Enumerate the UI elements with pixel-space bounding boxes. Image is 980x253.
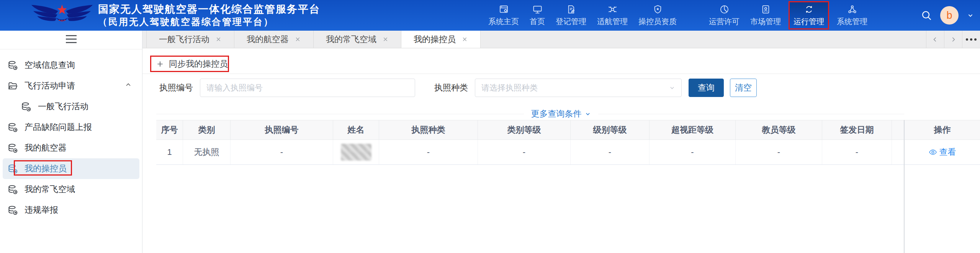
sidebar-item-flight-activity-application[interactable]: 飞行活动申请 — [0, 76, 142, 96]
more-conditions-label: 更多查询条件 — [531, 108, 582, 120]
chevron-down-icon — [668, 84, 676, 92]
caac-wings-logo-icon — [29, 3, 95, 28]
sidebar-item-my-frequent-airspace[interactable]: 我的常飞空域 — [0, 179, 142, 200]
tab-general-flight-activity[interactable]: 一般飞行活动 — [147, 31, 234, 48]
cell-license-no: - — [231, 140, 333, 164]
tab-more-options-icon[interactable] — [962, 31, 980, 48]
sidebar-item-airspace-info-query[interactable]: 空域信息查询 — [0, 55, 142, 76]
plus-icon — [156, 60, 164, 68]
tab-label: 我的航空器 — [247, 34, 289, 45]
nav-item-registration[interactable]: 登记管理 — [553, 0, 589, 31]
tab-my-aircraft[interactable]: 我的航空器 — [234, 31, 314, 48]
nav-item-system-home[interactable]: 系统主页 — [485, 0, 522, 31]
sidebar-item-violation-report[interactable]: 违规举报 — [0, 200, 142, 220]
close-icon[interactable] — [215, 36, 222, 43]
license-no-input[interactable] — [200, 79, 415, 97]
nav-label: 登记管理 — [556, 16, 586, 27]
top-nav: 系统主页 首页 登记管理 适 — [485, 0, 870, 31]
cell-level-grade: - — [571, 140, 650, 164]
sidebar-item-general-flight-activity[interactable]: 一般飞行活动 — [0, 96, 142, 117]
sidebar-item-my-operators[interactable]: 我的操控员 — [3, 158, 139, 179]
tab-label: 一般飞行活动 — [159, 34, 209, 45]
license-type-label: 执照种类 — [434, 79, 468, 97]
sidebar-item-label: 我的航空器 — [25, 142, 67, 154]
cell-name — [333, 140, 379, 164]
nav-label: 系统主页 — [488, 16, 519, 27]
nav-item-operation-license[interactable]: 运营许可 — [706, 0, 743, 31]
col-header-seq: 序号 — [156, 120, 183, 140]
platform-title: 国家无人驾驶航空器一体化综合监管服务平台 （民用无人驾驶航空器综合管理平台） — [98, 3, 320, 28]
close-icon[interactable] — [461, 36, 468, 43]
cell-category-grade: - — [478, 140, 571, 164]
col-header-license-type: 执照种类 — [379, 120, 478, 140]
nav-item-operation-management[interactable]: 运行管理 — [789, 1, 829, 30]
operators-table: 序号 类别 执照编号 姓名 执照种类 类别等级 级别等级 超视距等级 教员等级 … — [156, 120, 980, 165]
tab-bar: 一般飞行活动 我的航空器 我的常飞空域 我的操控员 — [142, 31, 980, 48]
table-header-row: 序号 类别 执照编号 姓名 执照种类 类别等级 级别等级 超视距等级 教员等级 … — [156, 120, 980, 140]
sidebar-item-label: 飞行活动申请 — [25, 80, 75, 92]
database-arrow-icon — [8, 143, 18, 153]
close-icon[interactable] — [294, 36, 301, 43]
fixed-column-divider — [904, 120, 905, 253]
chevron-down-icon[interactable] — [966, 11, 975, 20]
table-row: 1 无执照 - - - - - - - 查看 — [156, 140, 980, 165]
nav-item-airworthiness[interactable]: 适航管理 — [594, 0, 631, 31]
query-button[interactable]: 查询 — [689, 79, 724, 97]
sync-my-operators-button[interactable]: 同步我的操控员 — [150, 56, 229, 72]
nav-label: 首页 — [530, 16, 545, 27]
toolbar-divider — [142, 74, 980, 74]
sidebar-item-product-defect-report[interactable]: 产品缺陷问题上报 — [0, 117, 142, 138]
tabbar-lead-spacer — [142, 31, 147, 48]
nav-label: 运行管理 — [793, 16, 824, 27]
nav-item-operator-qualification[interactable]: 操控员资质 — [635, 0, 680, 31]
more-conditions-link[interactable]: 更多查询条件 — [526, 108, 597, 120]
license-type-select[interactable]: 请选择执照种类 — [475, 79, 682, 97]
tab-scroll-right-icon[interactable] — [944, 31, 962, 48]
platform-title-line1: 国家无人驾驶航空器一体化综合监管服务平台 — [98, 3, 320, 16]
col-header-license-no: 执照编号 — [231, 120, 333, 140]
col-header-category-grade: 类别等级 — [478, 120, 571, 140]
nav-item-system-management[interactable]: 系统管理 — [834, 0, 870, 31]
monitor-icon — [532, 4, 543, 15]
database-arrow-icon — [8, 184, 18, 195]
cell-instructor-grade: - — [736, 140, 822, 164]
cell-action: 查看 — [905, 140, 980, 164]
nav-label: 市场管理 — [750, 16, 781, 27]
sidebar-item-my-aircraft[interactable]: 我的航空器 — [0, 138, 142, 158]
sidebar-item-label: 违规举报 — [25, 204, 58, 216]
license-no-label: 执照编号 — [159, 79, 193, 97]
database-arrow-icon — [8, 122, 18, 133]
col-header-instructor-grade: 教员等级 — [736, 120, 822, 140]
window-gear-icon — [499, 4, 509, 15]
sidebar-item-label: 一般飞行活动 — [38, 101, 88, 112]
search-icon[interactable] — [921, 10, 933, 21]
sync-button-label: 同步我的操控员 — [169, 58, 228, 70]
folder-open-icon — [8, 81, 18, 91]
tab-scroll-left-icon[interactable] — [926, 31, 944, 48]
col-header-name: 姓名 — [333, 120, 379, 140]
cell-seq: 1 — [156, 140, 183, 164]
nodes-icon — [847, 4, 857, 15]
tab-label: 我的操控员 — [414, 34, 456, 45]
database-arrow-icon — [8, 205, 18, 215]
view-link[interactable]: 查看 — [929, 146, 956, 158]
hamburger-menu-icon[interactable] — [65, 35, 77, 45]
sidebar-item-label: 我的常飞空域 — [25, 184, 75, 195]
chevron-up-icon[interactable] — [124, 81, 132, 91]
tab-my-operators[interactable]: 我的操控员 — [401, 31, 481, 48]
tab-my-frequent-airspace[interactable]: 我的常飞空域 — [314, 31, 401, 48]
cell-category: 无执照 — [183, 140, 231, 164]
close-icon[interactable] — [382, 36, 389, 43]
nav-label: 操控员资质 — [638, 16, 677, 27]
database-arrow-icon — [8, 164, 18, 174]
avatar-letter: b — [946, 10, 952, 21]
clear-button[interactable]: 清空 — [730, 79, 757, 97]
sidebar-item-label: 产品缺陷问题上报 — [25, 122, 92, 133]
col-header-issue-date: 签发日期 — [822, 120, 892, 140]
nav-item-home[interactable]: 首页 — [527, 0, 548, 31]
avatar[interactable]: b — [940, 6, 959, 25]
col-header-bvlos-grade: 超视距等级 — [650, 120, 736, 140]
platform-title-line2: （民用无人驾驶航空器综合管理平台） — [98, 16, 320, 28]
nav-item-market-management[interactable]: 市场管理 — [747, 0, 784, 31]
col-header-spacer — [892, 120, 905, 140]
